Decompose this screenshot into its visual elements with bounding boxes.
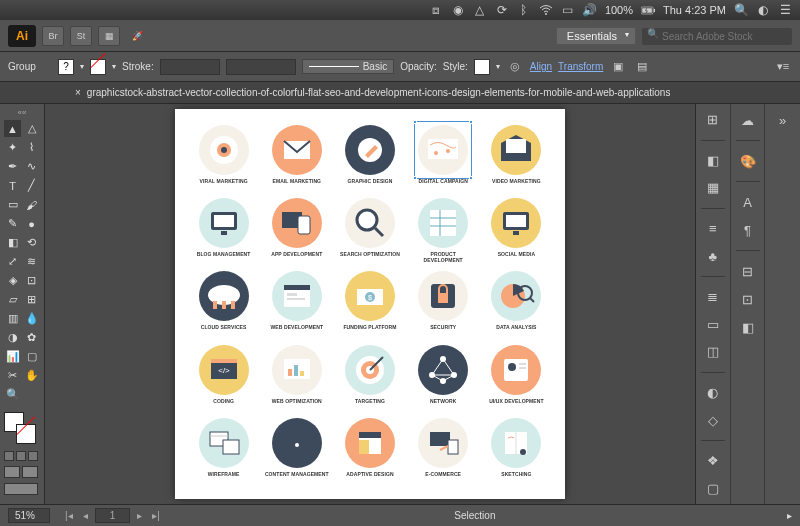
select-tool[interactable]: ▲ — [4, 120, 21, 137]
icon-graphic[interactable] — [272, 418, 322, 468]
draw-mode-normal[interactable] — [4, 466, 20, 478]
artboard-icon-24[interactable]: SKETCHING — [484, 418, 549, 483]
icon-graphic[interactable] — [491, 345, 541, 395]
appearance-panel-icon[interactable]: ◐ — [703, 383, 723, 403]
clock[interactable]: Thu 4:23 PM — [663, 4, 726, 16]
zoom-level-select[interactable]: 51% — [8, 508, 50, 523]
artboard-icon-14[interactable]: DATA ANALYSIS — [484, 271, 549, 336]
artboard-icon-21[interactable]: CONTENT MANAGEMENT — [264, 418, 329, 483]
artboard-icon-23[interactable]: E-COMMERCE — [411, 418, 476, 483]
document-tab-title[interactable]: graphicstock-abstract-vector-collection-… — [87, 87, 671, 98]
creative-cloud-icon[interactable]: ◉ — [451, 3, 465, 17]
artboard-icon-7[interactable]: SEARCH OPTIMIZATION — [337, 198, 402, 263]
scale-tool[interactable]: ⤢ — [4, 253, 21, 270]
stock-button[interactable]: St — [70, 26, 92, 46]
gradient-panel-icon[interactable]: ▭ — [703, 315, 723, 335]
mesh-tool[interactable]: ⊞ — [23, 291, 40, 308]
curve-tool[interactable]: ∿ — [23, 158, 40, 175]
graphic-style-swatch[interactable] — [474, 59, 490, 75]
icon-graphic[interactable] — [345, 418, 395, 468]
color-mode-button[interactable] — [4, 451, 14, 461]
dropbox-icon[interactable]: ⧈ — [429, 3, 443, 17]
artboard-icon-9[interactable]: SOCIAL MEDIA — [484, 198, 549, 263]
screen-mode-button[interactable] — [4, 483, 38, 495]
lasso-tool[interactable]: ⌇ — [23, 139, 40, 156]
none-mode-button[interactable] — [28, 451, 38, 461]
notification-icon[interactable]: ☰ — [778, 3, 792, 17]
artboard-icon-1[interactable]: EMAIL MARKETING — [264, 125, 329, 190]
artboard-icon-22[interactable]: ADAPTIVE DESIGN — [337, 418, 402, 483]
artboard-icon-19[interactable]: UI/UX DEVELOPMENT — [484, 345, 549, 410]
page-number[interactable]: 1 — [95, 508, 131, 523]
transparency-panel-icon[interactable]: ◫ — [703, 342, 723, 362]
layers-panel-icon[interactable]: ❖ — [703, 451, 723, 471]
rotate-tool[interactable]: ⟲ — [23, 234, 40, 251]
bluetooth-icon[interactable]: ᛒ — [517, 3, 531, 17]
shapebuild-tool[interactable]: ◈ — [4, 272, 21, 289]
artboard-icon-2[interactable]: GRAPHIC DESIGN — [337, 125, 402, 190]
icon-graphic[interactable] — [418, 418, 468, 468]
icon-graphic[interactable] — [199, 125, 249, 175]
artboard-icon-3[interactable]: DIGITAL CAMPAIGN — [411, 125, 476, 190]
artboard-icon-20[interactable]: WIREFRAME — [191, 418, 256, 483]
transform-panel-icon[interactable]: ⊡ — [738, 289, 758, 309]
gradient-tool[interactable]: ▥ — [4, 310, 21, 327]
artboard-tool[interactable]: ▢ — [23, 348, 40, 365]
direct-tool[interactable]: △ — [23, 120, 40, 137]
wand-tool[interactable]: ✦ — [4, 139, 21, 156]
battery-percent[interactable]: 100% — [605, 4, 633, 16]
volume-icon[interactable]: 🔊 — [583, 3, 597, 17]
icon-graphic[interactable]: $ — [345, 271, 395, 321]
artboard-icon-18[interactable]: NETWORK — [411, 345, 476, 410]
icon-graphic[interactable] — [418, 345, 468, 395]
icon-graphic[interactable] — [418, 125, 468, 175]
pen-tool[interactable]: ✒ — [4, 158, 21, 175]
icon-graphic[interactable]: </> — [199, 345, 249, 395]
panel-menu-icon[interactable]: ▾≡ — [774, 58, 792, 76]
color-panel-icon[interactable]: ◧ — [703, 151, 723, 171]
libraries-panel-icon[interactable]: ⊞ — [703, 110, 723, 130]
last-page-button[interactable]: ▸| — [149, 510, 163, 521]
icon-graphic[interactable] — [491, 418, 541, 468]
spotlight-icon[interactable]: 🔍 — [734, 3, 748, 17]
type-tool[interactable]: T — [4, 177, 21, 194]
graph-tool[interactable]: 📊 — [4, 348, 21, 365]
artboard-icon-6[interactable]: APP DEVELOPMENT — [264, 198, 329, 263]
artboard-icon-0[interactable]: VIRAL MARKETING — [191, 125, 256, 190]
stroke-weight-input[interactable] — [160, 59, 220, 75]
illustrator-logo-icon[interactable]: Ai — [8, 25, 36, 47]
line-tool[interactable]: ╱ — [23, 177, 40, 194]
wifi-icon[interactable] — [539, 3, 553, 17]
perspective-tool[interactable]: ▱ — [4, 291, 21, 308]
recolor-icon[interactable]: ◎ — [506, 58, 524, 76]
drive-icon[interactable]: △ — [473, 3, 487, 17]
stroke-panel-icon[interactable]: ≣ — [703, 287, 723, 307]
display-icon[interactable]: ▭ — [561, 3, 575, 17]
icon-graphic[interactable] — [491, 125, 541, 175]
gradient-mode-button[interactable] — [16, 451, 26, 461]
artboard-icon-16[interactable]: WEB OPTIMIZATION — [264, 345, 329, 410]
eyedrop-tool[interactable]: 💧 — [23, 310, 40, 327]
zoom-tool[interactable]: 🔍 — [4, 386, 21, 403]
transform-link[interactable]: Transform — [558, 61, 603, 72]
artboard-icon-13[interactable]: SECURITY — [411, 271, 476, 336]
artboard-icon-17[interactable]: TARGETING — [337, 345, 402, 410]
artboard-icon-8[interactable]: PRODUCT DEVELOPMENT — [411, 198, 476, 263]
swatches-panel-icon[interactable]: ▦ — [703, 178, 723, 198]
draw-mode-behind[interactable] — [22, 466, 38, 478]
artboard-icon-12[interactable]: $FUNDING PLATFORM — [337, 271, 402, 336]
status-menu-button[interactable]: ▸ — [787, 510, 792, 521]
next-page-button[interactable]: ▸ — [134, 510, 145, 521]
symbol-tool[interactable]: ✿ — [23, 329, 40, 346]
brushes-panel-icon[interactable]: ≡ — [703, 219, 723, 239]
sync-icon[interactable]: ⟳ — [495, 3, 509, 17]
icon-graphic[interactable] — [418, 271, 468, 321]
artboard-pager[interactable]: |◂ ◂ 1 ▸ ▸| — [62, 508, 163, 523]
brush-definition-select[interactable]: Basic — [302, 59, 394, 74]
paragraph-panel-icon[interactable]: ¶ — [738, 220, 758, 240]
blob-tool[interactable]: ● — [23, 215, 40, 232]
icon-graphic[interactable] — [272, 345, 322, 395]
selection-bounds[interactable] — [414, 121, 472, 179]
prev-page-button[interactable]: ◂ — [80, 510, 91, 521]
align-panel-icon[interactable]: ⊟ — [738, 261, 758, 281]
